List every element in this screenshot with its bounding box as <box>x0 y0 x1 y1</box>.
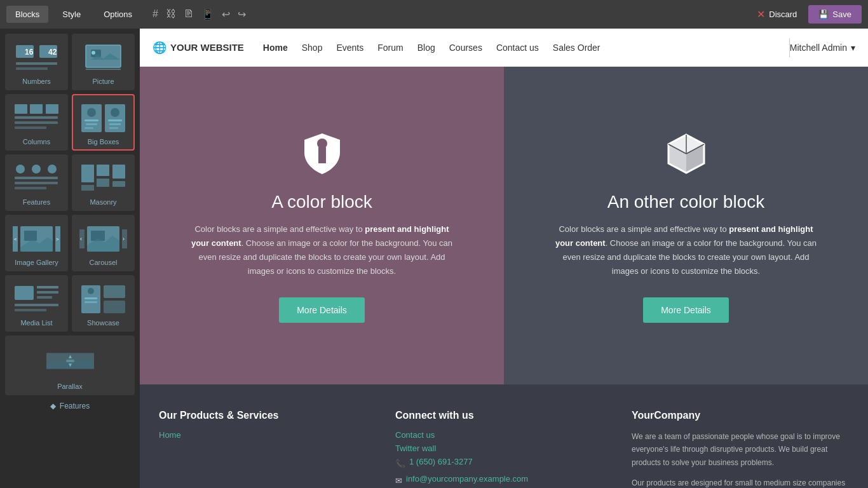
svg-rect-42 <box>24 231 37 241</box>
svg-rect-34 <box>97 165 109 176</box>
save-label: Save <box>832 10 851 19</box>
color-block-left: A color block Color blocks are a simple … <box>140 67 504 384</box>
svg-rect-15 <box>15 121 58 124</box>
tab-options[interactable]: Options <box>95 6 141 23</box>
media-list-label: Media List <box>20 319 52 327</box>
carousel-label: Carousel <box>89 259 117 266</box>
link-icon[interactable]: ⛓ <box>166 8 176 20</box>
svg-rect-59 <box>104 301 125 313</box>
footer-link-contact[interactable]: Contact us <box>395 430 613 440</box>
footer-col-products: Our Products & Services Home <box>159 410 376 488</box>
columns-label: Columns <box>23 138 50 146</box>
showcase-label: Showcase <box>87 319 119 327</box>
discard-label: Discard <box>769 10 797 19</box>
svg-rect-25 <box>109 123 121 125</box>
svg-rect-51 <box>15 286 34 300</box>
masonry-label: Masonry <box>90 198 116 206</box>
showcase-icon <box>78 281 129 316</box>
masonry-icon <box>78 161 129 196</box>
svg-rect-24 <box>108 119 122 121</box>
svg-rect-11 <box>15 104 27 114</box>
gem-icon: ◆ <box>50 402 56 410</box>
footer-link-home[interactable]: Home <box>159 430 376 440</box>
svg-rect-22 <box>85 127 93 129</box>
sidebar-item-carousel[interactable]: ‹ › Carousel <box>72 215 135 271</box>
shield-icon <box>297 128 348 179</box>
sidebar-item-image-gallery[interactable]: < > Image Gallery <box>5 215 68 271</box>
save-button[interactable]: 💾 Save <box>808 5 862 24</box>
svg-rect-14 <box>15 116 58 119</box>
tab-style[interactable]: Style <box>53 6 90 23</box>
sidebar-item-media-list[interactable]: Media List <box>5 275 68 332</box>
nav-link-sales-order[interactable]: Sales Order <box>553 43 600 53</box>
svg-rect-30 <box>15 177 58 179</box>
sidebar-footer-label: Features <box>60 402 90 410</box>
sidebar-item-showcase[interactable]: Showcase <box>72 275 135 332</box>
nav-user[interactable]: Mitchell Admin ▾ <box>790 43 855 53</box>
discard-button[interactable]: ✕ Discard <box>757 8 797 20</box>
svg-rect-38 <box>81 185 94 191</box>
image-gallery-icon: < > <box>11 221 62 256</box>
footer-phone-link[interactable]: 1 (650) 691-3277 <box>409 457 473 466</box>
svg-text:‹: ‹ <box>80 236 82 242</box>
hero-section: A color block Color blocks are a simple … <box>140 67 868 384</box>
svg-rect-21 <box>86 123 97 125</box>
media-list-icon <box>11 281 62 316</box>
right-more-details-button[interactable]: More Details <box>643 297 729 323</box>
sidebar-item-picture[interactable]: Picture <box>72 34 135 90</box>
sidebar-item-big-boxes[interactable]: Big Boxes <box>72 94 135 151</box>
nav-link-shop[interactable]: Shop <box>302 43 323 53</box>
hash-icon[interactable]: # <box>153 8 158 20</box>
svg-rect-16 <box>15 126 46 129</box>
footer-company-text2: Our products are designed for small to m… <box>632 477 849 488</box>
undo-icon[interactable]: ↩ <box>222 8 230 20</box>
big-boxes-icon <box>78 100 129 135</box>
svg-text:>: > <box>56 236 59 242</box>
nav-link-events[interactable]: Events <box>336 43 363 53</box>
footer-products-title: Our Products & Services <box>159 410 376 421</box>
svg-rect-56 <box>15 309 46 311</box>
footer-link-twitter-wall[interactable]: Twitter wall <box>395 444 613 453</box>
left-block-title: A color block <box>271 192 372 212</box>
nav-link-blog[interactable]: Blog <box>417 43 435 53</box>
left-more-details-button[interactable]: More Details <box>279 297 365 323</box>
sidebar: 16 42 Numbers <box>0 29 140 488</box>
mobile-icon[interactable]: 📱 <box>201 8 214 20</box>
svg-rect-37 <box>112 181 125 187</box>
right-block-title: An other color block <box>607 192 764 212</box>
main-layout: 16 42 Numbers <box>0 29 868 488</box>
footer-col-connect: Connect with us Contact us Twitter wall … <box>395 410 613 488</box>
toolbar: Blocks Style Options # ⛓ 🖹 📱 ↩ ↪ ✕ Disca… <box>0 0 868 29</box>
save-floppy-icon: 💾 <box>818 10 829 19</box>
content-area: 🌐 YOUR WEBSITE Home Shop Events Forum Bl… <box>140 29 868 488</box>
carousel-icon: ‹ › <box>78 221 129 256</box>
sidebar-item-columns[interactable]: Columns <box>5 94 68 151</box>
svg-rect-33 <box>81 165 94 182</box>
svg-rect-20 <box>85 119 98 121</box>
nav-links: Home Shop Events Forum Blog Courses Cont… <box>263 43 789 53</box>
nav-link-courses[interactable]: Courses <box>449 43 482 53</box>
svg-point-28 <box>32 165 41 173</box>
discard-x-icon: ✕ <box>757 8 765 20</box>
right-block-description: Color blocks are a simple and effective … <box>553 222 820 278</box>
nav-link-forum[interactable]: Forum <box>377 43 403 53</box>
sidebar-item-masonry[interactable]: Masonry <box>72 154 135 211</box>
tab-blocks[interactable]: Blocks <box>6 6 48 23</box>
svg-point-29 <box>48 165 57 173</box>
sidebar-item-features[interactable]: Features <box>5 154 68 211</box>
site-logo: 🌐 YOUR WEBSITE <box>153 41 244 55</box>
page-icon[interactable]: 🖹 <box>184 8 194 20</box>
svg-point-19 <box>87 108 96 117</box>
svg-rect-2 <box>16 62 57 65</box>
nav-link-contact[interactable]: Contact us <box>496 43 539 53</box>
nav-link-home[interactable]: Home <box>263 43 288 53</box>
features-icon <box>11 161 62 196</box>
sidebar-item-parallax[interactable]: Parallax <box>5 336 135 395</box>
numbers-icon: 16 42 <box>11 40 62 75</box>
svg-point-27 <box>16 165 25 173</box>
redo-icon[interactable]: ↪ <box>238 8 246 20</box>
sidebar-item-numbers[interactable]: 16 42 Numbers <box>5 34 68 90</box>
phone-icon: 📞 <box>395 459 405 468</box>
svg-text:›: › <box>123 236 125 242</box>
footer-email-link[interactable]: info@yourcompany.example.com <box>406 474 528 484</box>
